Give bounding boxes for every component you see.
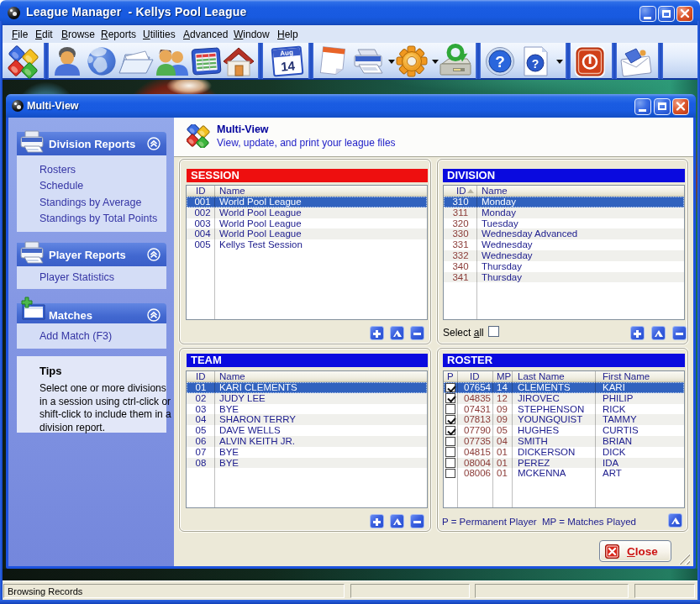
svg-text:14: 14	[280, 58, 296, 73]
svg-text:Aug: Aug	[280, 49, 293, 57]
svg-text:?: ?	[532, 57, 539, 71]
svg-text:?: ?	[495, 53, 505, 71]
